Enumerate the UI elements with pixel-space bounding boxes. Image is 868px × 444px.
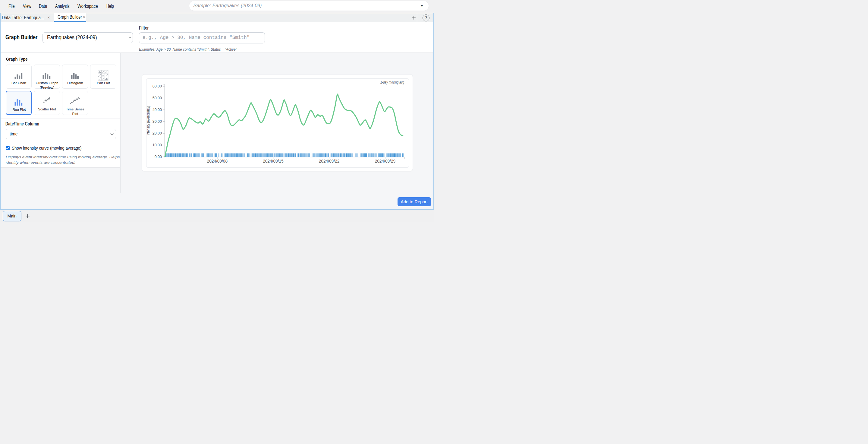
svg-text:10.00: 10.00 xyxy=(152,143,161,147)
svg-text:20.00: 20.00 xyxy=(152,131,161,136)
svg-text:Intensity (events/day): Intensity (events/day) xyxy=(147,106,150,136)
svg-text:2024/09/15: 2024/09/15 xyxy=(263,158,284,164)
svg-text:40.00: 40.00 xyxy=(152,108,161,112)
svg-text:0.00: 0.00 xyxy=(154,155,161,159)
svg-text:60.00: 60.00 xyxy=(152,84,161,88)
svg-text:2024/09/29: 2024/09/29 xyxy=(375,158,396,164)
svg-text:30.00: 30.00 xyxy=(152,119,161,124)
svg-text:50.00: 50.00 xyxy=(152,96,161,100)
svg-text:1-day moving avg: 1-day moving avg xyxy=(380,80,404,85)
svg-text:2024/09/22: 2024/09/22 xyxy=(318,158,339,164)
svg-text:2024/09/08: 2024/09/08 xyxy=(207,158,227,164)
